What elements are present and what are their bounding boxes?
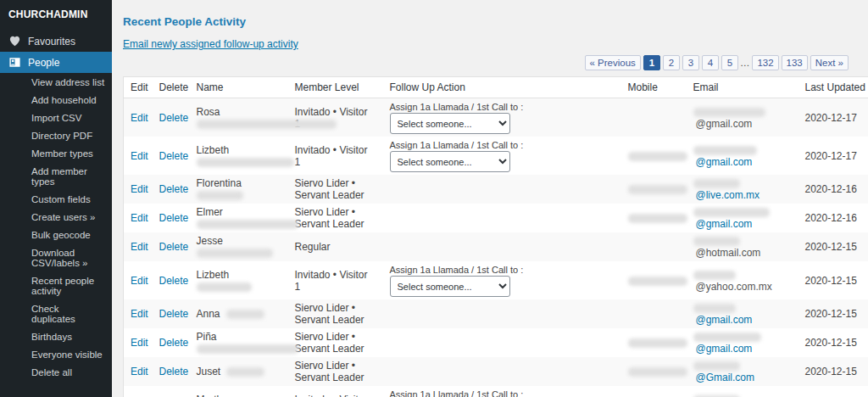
sidebar-item-bulk-geocode[interactable]: Bulk geocode — [0, 226, 112, 243]
sidebar-item-label: Add member types — [31, 166, 105, 187]
redacted-last-name — [197, 220, 298, 229]
redacted-email-user — [693, 361, 740, 371]
sidebar-item-label: View address list — [31, 77, 104, 87]
sidebar-item-check-duplicates[interactable]: Check duplicates — [0, 299, 112, 327]
people-table: EditDeleteNameMember LevelFollow Up Acti… — [123, 76, 868, 397]
member-level: Siervo Lider • Servant Leader — [288, 357, 383, 386]
delete-link[interactable]: Delete — [159, 112, 189, 124]
edit-link[interactable]: Edit — [131, 241, 148, 253]
sidebar-item-directory-pdf[interactable]: Directory PDF — [0, 126, 112, 144]
delete-link[interactable]: Delete — [159, 366, 189, 377]
sidebar-item-view-address-list[interactable]: View address list — [0, 73, 112, 91]
sidebar-item-childrens-work[interactable]: Childrens work — [0, 391, 112, 397]
sidebar-item-member-types[interactable]: Member types — [0, 144, 112, 162]
page-button-3[interactable]: 3 — [682, 55, 699, 70]
sidebar-item-create-users[interactable]: Create users » — [0, 208, 112, 226]
redacted-email-user — [693, 304, 736, 313]
app-title: CHURCHADMIN — [0, 0, 112, 31]
email-domain: @gmail.com — [696, 118, 753, 130]
sidebar-item-recent-people-activity[interactable]: Recent people activity — [0, 271, 112, 299]
next-page-button[interactable]: Next » — [810, 55, 849, 70]
table-row: Edit Delete Rosa Invitado • Visitor 1 As… — [124, 98, 868, 137]
main-content: Recent People Activity Email newly assig… — [112, 0, 868, 397]
sidebar-item-label: Custom fields — [31, 194, 91, 204]
delete-link[interactable]: Delete — [159, 337, 189, 349]
sidebar-item-label: Check duplicates — [31, 304, 105, 324]
edit-link[interactable]: Edit — [131, 366, 148, 377]
assign-call-label: Assign 1a Llamada / 1st Call to : — [390, 389, 524, 397]
person-first-name: Lizbeth — [197, 144, 230, 156]
edit-link[interactable]: Edit — [131, 308, 148, 320]
delete-link[interactable]: Delete — [159, 241, 189, 253]
sidebar-item-delete-all[interactable]: Delete all — [0, 363, 112, 381]
email-domain[interactable]: @gmail.com — [696, 218, 753, 230]
sidebar-item-download-csv-labels[interactable]: Download CSV/labels » — [0, 243, 112, 271]
sidebar-item-label: Birthdays — [31, 332, 72, 342]
redacted-mobile — [628, 214, 687, 223]
assign-call-label: Assign 1a Llamada / 1st Call to : — [390, 265, 524, 275]
table-row: Edit Delete Martha Invitado • Visitor 1 … — [124, 386, 868, 397]
person-first-name: Anna — [197, 308, 220, 320]
email-domain[interactable]: @gmail.com — [696, 343, 753, 355]
sidebar-item-add-member-types[interactable]: Add member types — [0, 162, 112, 190]
edit-link[interactable]: Edit — [131, 337, 148, 349]
redacted-email-user — [693, 208, 770, 217]
pagination-top: « Previous12345…132133Next » — [123, 55, 849, 70]
sidebar-item-custom-fields[interactable]: Custom fields — [0, 190, 112, 208]
page-button-1[interactable]: 1 — [643, 55, 660, 70]
member-level: Invitado • Visitor 1 — [288, 137, 383, 175]
member-level: Siervo Lider • Servant Leader — [288, 299, 383, 328]
page-button-132[interactable]: 132 — [752, 55, 778, 70]
column-header-edit: Edit — [124, 77, 153, 98]
last-updated: 2020-12-15 — [798, 328, 868, 357]
sidebar-item-everyone-visible[interactable]: Everyone visible — [0, 345, 112, 363]
edit-link[interactable]: Edit — [131, 275, 148, 287]
redacted-email-user — [693, 237, 740, 246]
delete-link[interactable]: Delete — [159, 212, 189, 224]
email-domain[interactable]: @gmail.com — [696, 314, 753, 326]
redacted-last-name — [197, 282, 252, 292]
prev-page-button[interactable]: « Previous — [585, 55, 641, 70]
sidebar-item-people[interactable]: People — [0, 52, 112, 73]
sidebar-item-label: People — [28, 57, 59, 69]
assign-person-select[interactable]: Select someone... — [390, 151, 510, 172]
edit-link[interactable]: Edit — [131, 183, 148, 195]
assign-person-select[interactable]: Select someone... — [390, 276, 510, 297]
sidebar-item-label: Recent people activity — [31, 276, 105, 296]
sidebar-item-label: Bulk geocode — [31, 230, 91, 240]
page-button-5[interactable]: 5 — [721, 55, 738, 70]
email-domain[interactable]: @Gmail.com — [696, 372, 755, 383]
person-first-name: Elmer — [197, 206, 223, 218]
delete-link[interactable]: Delete — [159, 308, 189, 320]
edit-link[interactable]: Edit — [131, 112, 148, 124]
page-button-4[interactable]: 4 — [702, 55, 719, 70]
member-level: Siervo Lider • Servant Leader — [288, 328, 383, 357]
redacted-email-user — [693, 146, 757, 155]
edit-link[interactable]: Edit — [131, 150, 148, 162]
redacted-email-user — [693, 271, 736, 280]
redacted-last-name — [197, 158, 294, 167]
people-icon — [8, 56, 21, 69]
email-domain[interactable]: @live.com.mx — [696, 189, 760, 201]
redacted-email-user — [693, 108, 765, 117]
delete-link[interactable]: Delete — [159, 150, 189, 162]
page-button-2[interactable]: 2 — [663, 55, 680, 70]
redacted-last-name — [197, 191, 243, 200]
edit-link[interactable]: Edit — [131, 212, 148, 224]
assign-person-select[interactable]: Select someone... — [390, 113, 510, 134]
email-domain: @hotmail.com — [696, 247, 761, 259]
delete-link[interactable]: Delete — [159, 183, 189, 195]
person-first-name: Jesse — [197, 235, 223, 247]
member-level: Regular — [288, 232, 383, 261]
sidebar-item-birthdays[interactable]: Birthdays — [0, 327, 112, 345]
page-button-133[interactable]: 133 — [782, 55, 808, 70]
redacted-mobile — [628, 338, 687, 348]
person-first-name: Martha — [197, 394, 228, 397]
email-domain[interactable]: @gmail.com — [696, 156, 753, 168]
email-followup-link[interactable]: Email newly assigned follow-up activity — [123, 38, 298, 50]
sidebar-item-favourites[interactable]: Favourites — [0, 31, 112, 52]
delete-link[interactable]: Delete — [159, 275, 189, 287]
sidebar-item-add-household[interactable]: Add household — [0, 91, 112, 109]
redacted-last-name — [197, 249, 273, 258]
sidebar-item-import-csv[interactable]: Import CSV — [0, 109, 112, 126]
